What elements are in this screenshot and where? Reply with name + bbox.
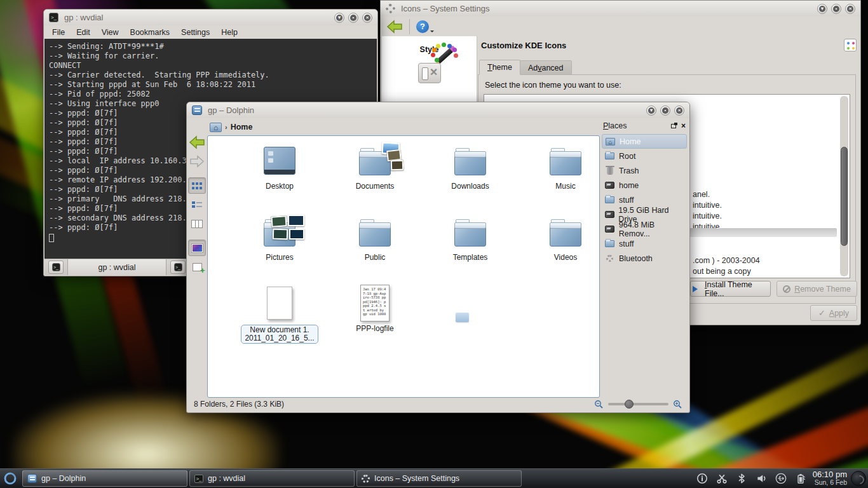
file-item-new-document-1[interactable]: New document 1.2011_01_20_16_5... bbox=[232, 283, 327, 355]
bluetooth-icon[interactable] bbox=[735, 471, 749, 485]
file-item-desktop[interactable]: Desktop bbox=[232, 141, 327, 212]
places-item-bluetooth[interactable]: Bluetooth bbox=[602, 251, 687, 266]
file-item-music[interactable]: Music bbox=[518, 141, 600, 212]
folder-view[interactable]: DesktopDocumentsDownloadsMusicPicturesPu… bbox=[207, 135, 600, 398]
zoom-slider[interactable] bbox=[608, 403, 668, 405]
menu-item-file[interactable]: File bbox=[52, 28, 65, 37]
columns-view-button[interactable] bbox=[188, 215, 206, 232]
places-panel: Places × ⌂HomeRootTrashhomestuff19.5 GiB… bbox=[602, 120, 687, 396]
back-button[interactable] bbox=[188, 134, 206, 151]
split-view-button[interactable] bbox=[188, 259, 206, 275]
panel-toolbox-icon[interactable] bbox=[851, 471, 866, 486]
theme-list-text[interactable]: anel. bbox=[693, 190, 710, 199]
task-gp-wvdial[interactable]: >_gp : wvdial bbox=[189, 470, 355, 487]
folder-icon bbox=[550, 152, 581, 175]
scrollbar-thumb[interactable] bbox=[841, 147, 848, 246]
window-title: gp : wvdial bbox=[64, 13, 103, 22]
places-item-964-8-mib-remov[interactable]: 964.8 MiB Remov... bbox=[602, 222, 687, 236]
folder-icon bbox=[605, 196, 614, 203]
status-text: 8 Folders, 2 Files (3.3 KiB) bbox=[194, 400, 284, 409]
tab-list-button[interactable]: >_ bbox=[170, 261, 186, 274]
clock[interactable]: 06:10 pm Sun, 6 Feb bbox=[813, 470, 851, 487]
menu-item-bookmarks[interactable]: Bookmarks bbox=[130, 28, 170, 37]
file-item-downloads[interactable]: Downloads bbox=[423, 141, 518, 212]
detach-panel-icon[interactable] bbox=[671, 124, 676, 128]
zoom-slider-handle[interactable] bbox=[625, 400, 634, 409]
volume-icon[interactable] bbox=[754, 471, 768, 485]
dolphin-icon bbox=[27, 474, 37, 483]
icons-view-icon bbox=[192, 182, 202, 189]
theme-list-text[interactable]: intuitive. bbox=[693, 212, 722, 220]
file-item-public[interactable]: Public bbox=[327, 212, 423, 283]
folder-icon bbox=[359, 223, 391, 247]
sidebar-item-style[interactable]: Style bbox=[382, 36, 477, 54]
minimize-button[interactable]: ▾ bbox=[817, 4, 827, 14]
file-label: New document 1.2011_01_20_16_5... bbox=[241, 325, 318, 344]
dolphin-titlebar[interactable]: gp – Dolphin ▾ • × bbox=[187, 102, 689, 118]
file-item-templates[interactable]: Templates bbox=[423, 212, 518, 283]
breadcrumb-location[interactable]: Home bbox=[231, 123, 253, 132]
konsole-titlebar[interactable]: >_ gp : wvdial ▾ • × bbox=[44, 10, 377, 25]
install-theme-button[interactable]: Install Theme File... bbox=[690, 281, 771, 297]
forward-button[interactable] bbox=[188, 153, 206, 170]
places-item-root[interactable]: Root bbox=[602, 149, 687, 163]
folder-icon bbox=[605, 240, 614, 247]
back-arrow-icon[interactable] bbox=[386, 19, 403, 34]
workspace-tools-icon[interactable] bbox=[418, 63, 441, 83]
app-launcher-icon[interactable] bbox=[0, 469, 20, 488]
notifications-icon[interactable] bbox=[695, 471, 709, 485]
tab-advanced[interactable]: Advanced bbox=[520, 60, 572, 75]
menu-item-help[interactable]: Help bbox=[221, 28, 238, 37]
places-item-trash[interactable]: Trash bbox=[602, 163, 687, 178]
scrollbar-track[interactable] bbox=[840, 96, 848, 276]
remove-theme-button[interactable]: Remove Theme bbox=[776, 281, 857, 297]
close-panel-icon[interactable]: × bbox=[681, 123, 686, 129]
file-icon bbox=[550, 141, 581, 180]
close-button[interactable]: × bbox=[362, 13, 372, 23]
details-view-button[interactable] bbox=[188, 196, 206, 213]
theme-list-text[interactable]: intuitive. bbox=[693, 201, 722, 210]
terminal-line: --> Starting pppd at Sun Feb 6 18:08:22 … bbox=[49, 80, 372, 90]
task-icons-system-settings[interactable]: Icons – System Settings bbox=[356, 470, 522, 487]
tab-wvdial[interactable]: gp : wvdial bbox=[67, 259, 166, 275]
file-item-videos[interactable]: Videos bbox=[518, 212, 600, 283]
menu-item-settings[interactable]: Settings bbox=[181, 28, 210, 37]
maximize-button[interactable]: • bbox=[831, 4, 841, 14]
sidebar-item-label: Style bbox=[382, 45, 477, 54]
new-tab-button[interactable]: >_ bbox=[48, 261, 64, 274]
zoom-out-icon[interactable] bbox=[594, 400, 604, 409]
close-button[interactable]: × bbox=[674, 105, 684, 116]
icons-view-button[interactable] bbox=[188, 177, 206, 194]
file-icon bbox=[550, 212, 581, 252]
file-item-ppp-logfile[interactable]: Jan 17 09:4 7:18 gp-Asp ire-5738 pp pd[1… bbox=[327, 283, 423, 355]
apply-button[interactable]: ✓ Apply bbox=[810, 305, 857, 321]
menu-item-view[interactable]: View bbox=[102, 28, 119, 37]
file-item-documents[interactable]: Documents bbox=[327, 141, 423, 212]
places-item-stuff[interactable]: stuff bbox=[602, 236, 687, 251]
places-item-home[interactable]: home bbox=[602, 178, 687, 193]
places-item-label: Bluetooth bbox=[619, 254, 653, 263]
minimize-button[interactable]: ▾ bbox=[646, 105, 656, 116]
help-icon[interactable]: ? bbox=[416, 20, 429, 33]
tab-theme[interactable]: Theme bbox=[479, 60, 520, 75]
klipper-scissors-icon[interactable] bbox=[715, 471, 729, 485]
system-settings-titlebar[interactable]: Icons – System Settings ▾ • × bbox=[381, 1, 860, 17]
preview-button[interactable] bbox=[188, 240, 206, 256]
maximize-button[interactable]: • bbox=[660, 105, 670, 116]
minimize-button[interactable]: ▾ bbox=[334, 13, 344, 23]
maximize-button[interactable]: • bbox=[348, 13, 358, 23]
breadcrumb[interactable]: ⌂ › Home bbox=[210, 120, 252, 134]
places-item-home[interactable]: ⌂Home bbox=[602, 134, 687, 149]
close-button[interactable]: × bbox=[845, 4, 855, 14]
home-icon[interactable]: ⌂ bbox=[210, 123, 222, 132]
menu-item-edit[interactable]: Edit bbox=[76, 28, 90, 37]
icon-sizes-icon bbox=[844, 39, 857, 51]
battery-icon[interactable] bbox=[794, 471, 808, 485]
places-item-label: stuff bbox=[619, 196, 634, 205]
clock-date: Sun, 6 Feb bbox=[813, 478, 847, 487]
file-label: PPP-logfile bbox=[356, 325, 393, 333]
task-gp-dolphin[interactable]: gp – Dolphin bbox=[22, 470, 187, 487]
zoom-in-icon[interactable] bbox=[673, 400, 682, 409]
device-notifier-icon[interactable] bbox=[774, 471, 788, 485]
file-item-pictures[interactable]: Pictures bbox=[232, 212, 327, 283]
